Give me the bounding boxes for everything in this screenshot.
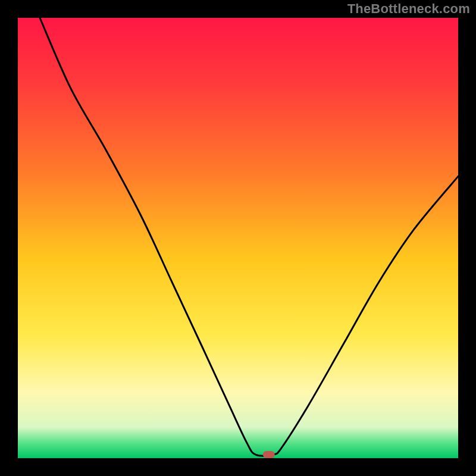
chart-frame: TheBottleneck.com [0, 0, 476, 476]
optimal-point-marker [263, 451, 275, 458]
watermark-text: TheBottleneck.com [347, 1, 470, 17]
plot-background [18, 18, 458, 458]
bottleneck-chart [0, 0, 476, 476]
